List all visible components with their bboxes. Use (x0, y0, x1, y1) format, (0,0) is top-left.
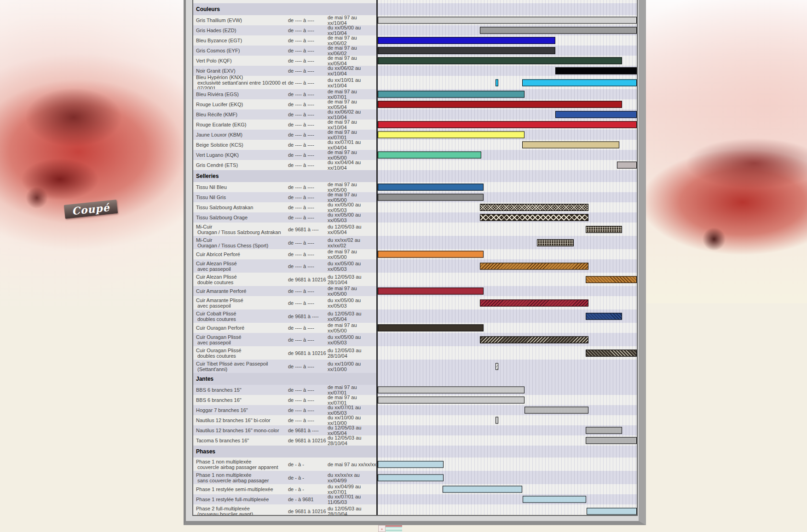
gantt-row: Cuir Cobalt Plissédoubles couturesde 968… (193, 309, 637, 323)
row-label-line1: Cuir Ouragan Perforé (196, 325, 288, 331)
gantt-row: Tissu Nil Bleude ---- à ----de mai 97 au… (193, 182, 637, 192)
gantt-row: Cuir Tibet Plissé avec Passepoil(Settant… (193, 360, 637, 373)
row-label-line1: Nautilus 12 branches 16" mono-color (196, 428, 288, 433)
gantt-row: Cuir Amarante Plisséavec passepoilde ---… (193, 296, 637, 309)
row-date-range: du 12/05/03 au xx/05/04 (328, 224, 376, 235)
gantt-row: Bleu Hypérion (KNX)exclusivité settant'a… (193, 76, 637, 89)
row-labels: Phase 1 restylée full-multiplexéede - à … (193, 494, 377, 504)
row-label-line1: Cuir Abricot Perforé (196, 252, 288, 257)
row-label: Bleu Récife (KMF) (193, 112, 288, 117)
section-header-row: Jantes (193, 373, 637, 385)
page-preview-icon[interactable] (378, 525, 402, 532)
row-timeline (377, 89, 637, 99)
row-timeline (377, 333, 637, 346)
row-date-range: du xx/07/01 au 11/05/03 (328, 494, 376, 505)
row-label-line1: Cuir Alezan Plissé (196, 274, 288, 280)
row-labels: Gris Thallium (EVW)de ---- à ----de mai … (193, 15, 377, 25)
row-serial-range: de ---- à ---- (288, 132, 328, 137)
row-labels: Gris Cendré (ETS)de ---- à ----du xx/04/… (193, 160, 377, 170)
row-serial-range: de - à 9681 (288, 497, 328, 502)
row-label: Rouge Lucifer (EKQ) (193, 102, 288, 107)
gantt-row: Phase 1 restylée semi-multiplexéede - à … (193, 484, 637, 494)
row-labels: Tissu Salzbourg Oragede ---- à ----du xx… (193, 212, 377, 223)
gantt-row: Gris Hades (EZD)de ---- à ----du xx/05/0… (193, 25, 637, 35)
gantt-bar (586, 313, 623, 320)
row-timeline (377, 56, 637, 66)
row-label: Tacoma 5 branches 16" (193, 438, 288, 443)
row-timeline (377, 212, 637, 223)
row-label-line1: Tissu Salzbourg Orage (196, 215, 288, 220)
row-labels: BBS 6 branches 16"de ---- à ----de mai 9… (193, 395, 377, 405)
gantt-row: Cuir Alezan Plissédouble couturesde 9681… (193, 273, 637, 286)
row-serial-range: de ---- à ---- (288, 215, 328, 220)
gantt-row: Gris Cendré (ETS)de ---- à ----du xx/04/… (193, 160, 637, 170)
section-header-timeline (377, 3, 637, 15)
gantt-bar (555, 68, 637, 74)
row-label-line1: Cuir Tibet Plissé avec Passepoil (196, 361, 288, 366)
row-serial-range: de ---- à ---- (288, 252, 328, 257)
row-serial-range: de ---- à ---- (288, 418, 328, 423)
row-date-range: de mai 97 au xx/10/04 (328, 15, 376, 26)
row-label-line1: Tissu Nil Bleu (196, 184, 288, 190)
gantt-row: Phase 1 non multiplexéecouvercle airbag … (193, 458, 637, 471)
gantt-row: Gris Thallium (EVW)de ---- à ----de mai … (193, 15, 637, 25)
row-label-line2: doubles coutures (196, 316, 288, 322)
row-serial-range: de ---- à ---- (288, 112, 328, 117)
row-label: Cuir Abricot Perforé (193, 252, 288, 257)
row-label-line1: Nautilus 12 branches 16" bi-color (196, 418, 288, 423)
availability-chart-viewport[interactable]: CouleursGris Thallium (EVW)de ---- à ---… (184, 0, 646, 525)
row-label-line1: Vert Lugano (KQK) (196, 152, 288, 158)
row-serial-range: de ---- à ---- (288, 142, 328, 148)
row-label-line1: Phase 1 non multiplexée (196, 459, 288, 464)
row-timeline (377, 223, 637, 236)
row-date-range: du 12/05/03 au xx/05/04 (328, 311, 376, 322)
row-label-line2: doubles coutures (196, 353, 288, 359)
gantt-bar (522, 79, 637, 86)
row-label: Mi-CuirOuragan / Tissus Salzbourg Astrak… (193, 224, 288, 235)
row-label-line1: Cuir Cobalt Plissé (196, 311, 288, 316)
gantt-row: Tissu Nil Grisde ---- à ----de mai 97 au… (193, 192, 637, 202)
section-header-row: Couleurs (193, 3, 637, 15)
section-header-row: Selleries (193, 170, 637, 182)
row-serial-range: de - à - (288, 486, 328, 492)
row-label: Bleu Byzance (EGT) (193, 38, 288, 43)
gantt-bar (586, 226, 623, 233)
row-label-line1: Tissu Nil Gris (196, 194, 288, 200)
row-label: Nautilus 12 branches 16" mono-color (193, 428, 288, 433)
row-serial-range: de ---- à ---- (288, 68, 328, 74)
row-serial-range: de 9681 à 10216 (288, 509, 328, 514)
gantt-bar (525, 407, 589, 414)
gantt-bar (617, 162, 637, 169)
gantt-bar (443, 486, 522, 493)
row-timeline (377, 192, 637, 202)
gantt-bar (378, 184, 484, 191)
row-serial-range: de ---- à ---- (288, 325, 328, 331)
gantt-row: Phase 1 restylée full-multiplexéede - à … (193, 494, 637, 504)
gantt-bar (586, 276, 637, 283)
row-label: Gris Cosmos (EYF) (193, 48, 288, 53)
gantt-bar (480, 263, 588, 269)
gantt-row: Rouge Lucifer (EKQ)de ---- à ----de mai … (193, 99, 637, 109)
gantt-bar (378, 397, 525, 404)
gantt-row: Tissu Salzbourg Astrakande ---- à ----du… (193, 202, 637, 212)
row-label-line1: Rouge Lucifer (EKQ) (196, 102, 288, 107)
gantt-bar (378, 194, 484, 201)
row-label-line2: (Settant'anni) (196, 366, 288, 372)
gantt-bar (378, 37, 555, 44)
row-label-line1: Cuir Alezan Plissé (196, 261, 288, 266)
gantt-row: Nautilus 12 branches 16" bi-colorde ----… (193, 415, 637, 425)
gantt-row: Rouge Ecarlate (EKG)de ---- à ----de mai… (193, 120, 637, 130)
row-label: BBS 6 branches 15" (193, 387, 288, 393)
row-label-line2: couvercle airbag passager apparent (196, 464, 288, 470)
row-labels: Tacoma 5 branches 16"de 9681 à 10216du 1… (193, 435, 377, 446)
row-date-range: de mai 97 au xx/05/00 (328, 182, 376, 193)
row-date-range: du 12/05/03 au xx/05/04 (328, 425, 376, 436)
row-timeline (377, 273, 637, 286)
row-label: BBS 6 branches 16" (193, 397, 288, 403)
row-label: Jaune Louxor (KBM) (193, 132, 288, 137)
section-header-timeline (377, 446, 637, 458)
row-timeline (377, 435, 637, 446)
gantt-bar (378, 17, 637, 24)
row-serial-range: de ---- à ---- (288, 184, 328, 190)
row-timeline (377, 286, 637, 296)
